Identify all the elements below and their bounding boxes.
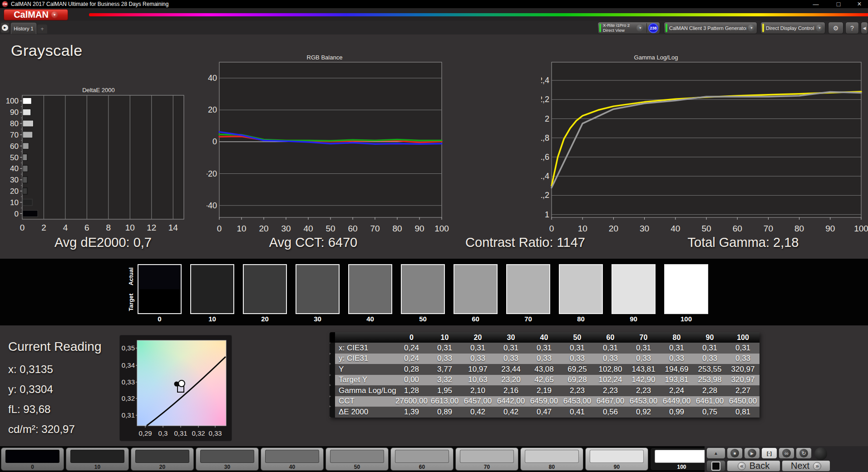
chevron-down-icon[interactable]: ▼ bbox=[748, 24, 755, 32]
svg-text:2: 2 bbox=[545, 114, 549, 123]
logo-row: CalMAN ▼ bbox=[0, 8, 868, 21]
gray-swatch-30 bbox=[296, 264, 340, 314]
svg-text:10: 10 bbox=[125, 223, 135, 232]
swatch-level-label: 40 bbox=[348, 315, 392, 323]
table-row-label: Gamma Log/Log bbox=[335, 386, 395, 395]
table-cell: 6461,00 bbox=[693, 397, 726, 406]
next-button[interactable]: Next » bbox=[782, 460, 830, 472]
grayscale-swatch-strip: Actual Target 0102030405060708090100 bbox=[0, 259, 868, 325]
chevron-down-icon[interactable]: ▼ bbox=[636, 24, 644, 32]
level-button-20[interactable]: 20 bbox=[131, 447, 194, 471]
swatch-level-label: 0 bbox=[138, 315, 182, 323]
svg-text:0,31: 0,31 bbox=[122, 411, 135, 419]
svg-text:70: 70 bbox=[370, 224, 380, 233]
table-cell: 0,31 bbox=[693, 344, 726, 353]
level-button-label: 40 bbox=[261, 464, 323, 470]
continuous-read-button[interactable]: ∞ bbox=[779, 447, 794, 459]
table-row: y: CIE310,240,330,330,330,330,330,330,33… bbox=[330, 354, 760, 364]
chevron-up-icon: ▲ bbox=[714, 451, 718, 456]
svg-text:50: 50 bbox=[326, 224, 335, 233]
rgb-balance-chart: 40200-20-400102030405060708090100 bbox=[207, 54, 454, 236]
calman-menu-button[interactable]: CalMAN ▼ bbox=[4, 9, 68, 20]
collapse-panel-button[interactable]: ◀ bbox=[861, 22, 868, 34]
row-notch bbox=[330, 396, 335, 407]
maximize-button[interactable]: □ bbox=[832, 0, 845, 8]
gamma-loglog-chart: 2,42,221,81,61,41,2101020304050607080901… bbox=[541, 54, 868, 236]
level-button-40[interactable]: 40 bbox=[261, 447, 324, 471]
stop-button[interactable]: ■ bbox=[727, 447, 743, 459]
table-cell: 10,63 bbox=[461, 375, 494, 384]
table-cell: 0,00 bbox=[395, 375, 428, 384]
reading-y: y: 0,3304 bbox=[8, 383, 53, 396]
display-control-dropdown[interactable]: Direct Display Control ▼ bbox=[760, 22, 825, 34]
gear-icon: ⚙ bbox=[833, 25, 839, 32]
level-button-70[interactable]: 70 bbox=[455, 447, 518, 471]
help-button[interactable]: ? bbox=[845, 22, 859, 34]
pattern-window-button[interactable] bbox=[706, 460, 725, 472]
back-button[interactable]: « Back bbox=[727, 460, 780, 472]
swatch-level-label: 100 bbox=[664, 315, 708, 323]
reading-x: x: 0,3135 bbox=[8, 363, 53, 376]
meter-status-strip bbox=[599, 24, 601, 32]
level-button-100[interactable]: 100 bbox=[650, 447, 713, 471]
add-tab-button[interactable]: + bbox=[37, 25, 47, 34]
expand-up-button[interactable]: ▲ bbox=[706, 447, 725, 459]
svg-text:50: 50 bbox=[10, 153, 19, 162]
svg-text:30: 30 bbox=[10, 176, 19, 184]
svg-text:14: 14 bbox=[168, 223, 178, 232]
level-button-label: 100 bbox=[651, 464, 713, 470]
level-swatch bbox=[5, 450, 59, 463]
level-button-90[interactable]: 90 bbox=[585, 447, 648, 471]
row-notch bbox=[330, 407, 335, 418]
chevron-down-icon[interactable]: ▼ bbox=[816, 24, 824, 32]
level-button-30[interactable]: 30 bbox=[196, 447, 259, 471]
swatch-level-label: 80 bbox=[559, 315, 603, 323]
settings-button[interactable]: ⚙ bbox=[828, 22, 843, 34]
level-button-80[interactable]: 80 bbox=[520, 447, 583, 471]
swatch-level-label: 50 bbox=[401, 315, 445, 323]
table-cell: 0,31 bbox=[594, 344, 627, 353]
svg-text:1,4: 1,4 bbox=[541, 172, 549, 181]
table-cell: 0,92 bbox=[627, 408, 660, 417]
minimize-button[interactable]: — bbox=[809, 0, 823, 8]
table-cell: 253,98 bbox=[693, 375, 726, 384]
svg-text:20: 20 bbox=[10, 187, 19, 196]
refresh-button[interactable]: ↻ bbox=[796, 447, 812, 459]
divider bbox=[646, 23, 647, 33]
close-button[interactable]: × bbox=[853, 0, 866, 8]
svg-text:12: 12 bbox=[147, 223, 156, 232]
table-cell: 0,99 bbox=[660, 408, 693, 417]
table-cell: 27600,00 bbox=[395, 397, 428, 406]
level-button-60[interactable]: 60 bbox=[390, 447, 454, 471]
svg-text:20: 20 bbox=[208, 105, 217, 114]
table-cell: 320,97 bbox=[726, 375, 760, 384]
sidebar-toggle-button[interactable]: ▶ bbox=[1, 23, 9, 33]
read-series-button[interactable]: [·] bbox=[761, 447, 777, 459]
gray-swatch-90 bbox=[612, 264, 656, 314]
play-button[interactable]: ▶ bbox=[744, 447, 760, 459]
svg-text:40: 40 bbox=[303, 224, 313, 233]
table-cell: 0,89 bbox=[428, 408, 461, 417]
table-cell: 0,33 bbox=[693, 354, 726, 363]
next-chevron-icon: » bbox=[813, 462, 821, 470]
swatch-actual bbox=[349, 265, 391, 289]
svg-text:100: 100 bbox=[6, 97, 19, 105]
meter-dropdown[interactable]: X-Rite i1Pro 2 Direct View ▼ 238 bbox=[597, 22, 660, 34]
table-row: Y0,283,7710,9723,4443,0869,25102,80143,8… bbox=[330, 364, 760, 375]
table-cell: 193,81 bbox=[660, 375, 693, 384]
table-cell: 69,28 bbox=[561, 375, 594, 384]
chevron-left-icon: ◀ bbox=[863, 26, 866, 30]
status-orb bbox=[814, 447, 827, 460]
table-cell: 0,42 bbox=[461, 408, 494, 417]
svg-text:40: 40 bbox=[10, 164, 19, 173]
level-button-0[interactable]: 0 bbox=[1, 447, 64, 471]
swatch-target bbox=[612, 289, 655, 313]
table-cell: 3,77 bbox=[428, 365, 461, 374]
reading-fl: fL: 93,68 bbox=[8, 403, 50, 416]
svg-text:0,33: 0,33 bbox=[122, 378, 135, 386]
level-button-50[interactable]: 50 bbox=[326, 447, 389, 471]
pattern-generator-dropdown[interactable]: CalMAN Client 3 Pattern Generator ▼ bbox=[664, 22, 757, 34]
tab-history-1[interactable]: History 1 bbox=[11, 23, 36, 34]
level-swatch bbox=[330, 450, 384, 463]
level-button-10[interactable]: 10 bbox=[66, 447, 129, 471]
